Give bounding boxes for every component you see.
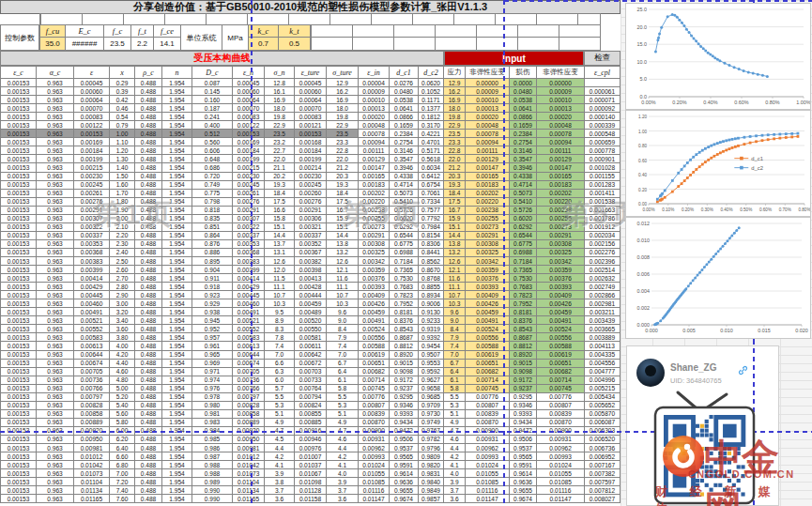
table-cell[interactable]: 0.9506	[510, 436, 537, 444]
table-cell[interactable]: 0.963	[37, 342, 74, 350]
table-cell[interactable]: 0.006520	[585, 436, 620, 444]
table-cell[interactable]: 10.7	[327, 291, 359, 299]
table-cell[interactable]: 0.9565	[510, 452, 537, 461]
table-cell[interactable]: 0.7184	[510, 257, 537, 266]
table-cell[interactable]: 0.001028	[585, 163, 620, 172]
table-cell[interactable]: 3.8	[265, 478, 295, 486]
table-cell[interactable]: 0.00376	[537, 274, 585, 283]
table-cell[interactable]: 0.963	[37, 266, 74, 274]
table-cell[interactable]: 0.00682	[537, 368, 585, 376]
table-cell[interactable]: 0.5618	[419, 155, 444, 163]
table-cell[interactable]: 5.00	[110, 385, 135, 393]
table-cell[interactable]: 0.488	[135, 333, 162, 342]
table-cell[interactable]: 0.9098	[510, 368, 537, 376]
table-cell[interactable]: 0.00169	[233, 138, 265, 146]
table-cell[interactable]: 0.00766	[233, 385, 265, 393]
table-cell[interactable]: 0.005434	[585, 393, 620, 402]
table-cell[interactable]: 0.8920	[390, 351, 419, 360]
table-cell[interactable]: 0.008027	[585, 495, 620, 503]
table-cell[interactable]: 4.20	[110, 351, 135, 360]
table-cell[interactable]: 0.00325	[537, 249, 585, 257]
table-cell[interactable]: 0.004777	[585, 368, 620, 376]
table-cell[interactable]: 0.000548	[585, 130, 620, 138]
table-cell[interactable]: 0.00083	[74, 113, 110, 121]
table-cell[interactable]: 0.775	[192, 190, 233, 198]
table-cell[interactable]: 0.00245	[74, 181, 110, 190]
table-cell[interactable]: 0.00581	[295, 333, 327, 342]
table-cell[interactable]: 0.9820	[419, 461, 444, 469]
table-cell[interactable]: 0.00308	[537, 240, 585, 249]
table-cell[interactable]: 0.963	[37, 283, 74, 291]
table-cell[interactable]: 0.00588	[537, 342, 585, 350]
column-header[interactable]: σ_ture	[327, 66, 359, 79]
table-cell[interactable]: 20.3	[444, 173, 466, 181]
table-cell[interactable]: 0.00147	[359, 163, 390, 172]
table-cell[interactable]: 11.1	[327, 283, 359, 291]
table-cell[interactable]: 0.9685	[419, 393, 444, 402]
table-cell[interactable]: 0.488	[135, 266, 162, 274]
table-cell[interactable]: 0.818	[192, 207, 233, 215]
table-cell[interactable]: 0.9592	[419, 368, 444, 376]
table-cell[interactable]: 0.00976	[295, 444, 327, 452]
table-cell[interactable]: 0.01073	[74, 469, 110, 478]
table-cell[interactable]: 0.00291	[295, 207, 327, 215]
table-cell[interactable]: 1.954	[162, 240, 192, 249]
table-cell[interactable]: 0.00368	[233, 249, 265, 257]
table-cell[interactable]: 0.004335	[585, 351, 620, 360]
table-cell[interactable]: 0.00524	[359, 325, 390, 333]
table-cell[interactable]: 0.00489	[295, 308, 327, 316]
table-cell[interactable]: 0.9393	[390, 410, 419, 419]
table-cell[interactable]: 0.00153	[0, 138, 37, 146]
table-cell[interactable]: 0.9674	[510, 495, 537, 503]
table-cell[interactable]: 0.488	[135, 461, 162, 469]
param-ft-value[interactable]: 2.2	[130, 37, 154, 51]
table-cell[interactable]: 0.00491	[537, 316, 585, 325]
table-cell[interactable]: 0.4338	[510, 173, 537, 181]
table-cell[interactable]: 0.001283	[585, 181, 620, 190]
table-cell[interactable]: 0.9006	[419, 299, 444, 308]
table-cell[interactable]: 0.6034	[419, 163, 444, 172]
table-cell[interactable]: 1.954	[162, 495, 192, 503]
table-cell[interactable]: 0.00491	[359, 316, 390, 325]
table-cell[interactable]: 0.6020	[510, 215, 537, 223]
table-cell[interactable]: 0.00153	[233, 130, 265, 138]
table-cell[interactable]: 0.963	[37, 215, 74, 223]
table-cell[interactable]: 0.989	[192, 478, 233, 486]
table-cell[interactable]: 0.488	[135, 436, 162, 444]
table-cell[interactable]: 0.00153	[0, 410, 37, 419]
table-cell[interactable]: 4.5	[265, 436, 295, 444]
table-cell[interactable]: 0.488	[135, 495, 162, 503]
table-cell[interactable]: 2.50	[110, 257, 135, 266]
table-cell[interactable]: 0.9295	[390, 393, 419, 402]
table-cell[interactable]: 0.963	[37, 368, 74, 376]
table-cell[interactable]: 0.01042	[74, 461, 110, 469]
table-cell[interactable]: 0.963	[37, 121, 74, 130]
table-cell[interactable]: 0.00153	[0, 385, 37, 393]
table-cell[interactable]: 0.488	[135, 308, 162, 316]
table-cell[interactable]: 4.00	[110, 342, 135, 350]
unit-system-value[interactable]: MPa	[222, 24, 249, 51]
table-cell[interactable]: 0.560	[192, 138, 233, 146]
table-cell[interactable]: 1.954	[162, 316, 192, 325]
table-cell[interactable]: 0.004113	[585, 342, 620, 350]
table-cell[interactable]: 0.00153	[0, 163, 37, 172]
table-cell[interactable]: 7.20	[110, 478, 135, 486]
column-header[interactable]: ε_n	[233, 66, 265, 79]
unit-system-label[interactable]: 单位系统	[180, 24, 222, 51]
table-cell[interactable]: 15.9	[444, 215, 466, 223]
table-cell[interactable]: 0.000901	[585, 155, 620, 163]
table-cell[interactable]: 0.00962	[537, 444, 585, 452]
table-cell[interactable]: 0.963	[37, 113, 74, 121]
table-cell[interactable]: 0.9709	[419, 402, 444, 410]
table-cell[interactable]: 0.00153	[0, 436, 37, 444]
table-cell[interactable]: 0.00946	[295, 436, 327, 444]
table-cell[interactable]: 0.00766	[74, 385, 110, 393]
table-cell[interactable]: 0.00414	[233, 274, 265, 283]
table-cell[interactable]: 0.9506	[390, 436, 419, 444]
table-cell[interactable]: 0.241	[192, 113, 233, 121]
table-cell[interactable]: 0.864	[192, 232, 233, 240]
table-cell[interactable]: 0.9434	[390, 419, 419, 427]
table-cell[interactable]: 0.00705	[233, 368, 265, 376]
table-cell[interactable]: 13.7	[265, 240, 295, 249]
table-cell[interactable]: 1.954	[162, 393, 192, 402]
